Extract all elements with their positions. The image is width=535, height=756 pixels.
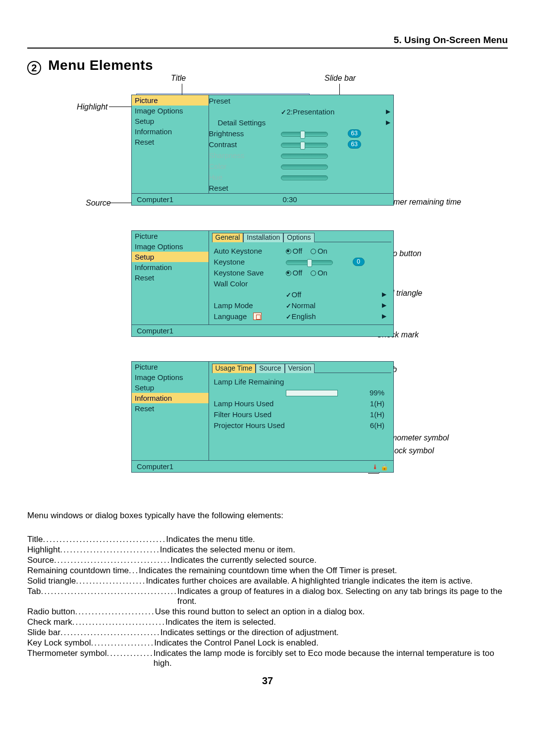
intro-text: Menu windows or dialog boxes typically h… <box>27 511 508 521</box>
sharpness-slider <box>281 154 328 159</box>
sidebar-item-information[interactable]: Information <box>132 393 209 403</box>
tab-usagetime[interactable]: Usage Time <box>212 364 256 373</box>
solid-triangle-icon[interactable]: ▶ <box>382 291 386 298</box>
keystone-slider[interactable] <box>286 260 333 265</box>
row-lamphours: Lamp Hours Used <box>214 399 313 408</box>
hue-slider <box>281 175 328 180</box>
section-title: 2 Menu Elements <box>27 57 508 75</box>
row-preset[interactable]: Preset <box>209 97 281 105</box>
def-desc: Indicates the currently selected source. <box>170 555 508 565</box>
def-term: Check mark <box>27 617 72 627</box>
def-term: Remaining countdown time <box>27 566 129 576</box>
menu-picture: Picture Image Options Setup Information … <box>131 95 394 206</box>
brightness-value: 63 <box>348 129 361 138</box>
def-desc: Indicates the remaining countdown time w… <box>139 566 508 576</box>
sidebar-item-imageoptions[interactable]: Image Options <box>132 106 209 116</box>
solid-triangle-icon[interactable]: ▶ <box>382 302 386 309</box>
sidebar-item-setup[interactable]: Setup <box>132 252 209 262</box>
definitions-list: Title ..................................… <box>27 535 508 668</box>
row-lamplife: Lamp Life Remaining <box>214 378 284 386</box>
def-term: Title <box>27 535 43 544</box>
sidebar-item-picture[interactable]: Picture <box>132 362 209 372</box>
sidebar-item-information[interactable]: Information <box>132 126 209 137</box>
radio-on[interactable] <box>311 270 316 276</box>
def-desc: Use this round button to select an optio… <box>155 607 508 617</box>
sidebar-item-picture[interactable]: Picture <box>132 231 209 241</box>
check-mark-icon: ✓ <box>286 313 292 321</box>
row-language[interactable]: Language <box>214 312 286 321</box>
thermometer-icon: 🌡 <box>372 463 378 471</box>
row-detail-settings[interactable]: Detail Settings <box>209 118 281 127</box>
tab-options[interactable]: Options <box>283 233 314 242</box>
check-mark-icon: ✓ <box>286 291 292 299</box>
sidebar-item-reset[interactable]: Reset <box>132 272 209 283</box>
label-slidebar: Slide bar <box>324 74 356 83</box>
def-desc: Indicates the menu title. <box>166 535 508 544</box>
def-term: Radio button <box>27 607 75 617</box>
row-brightness[interactable]: Brightness <box>209 129 281 138</box>
def-desc: Indicates settings or the direction of a… <box>160 628 508 638</box>
language-icon <box>253 313 262 320</box>
row-color: Color <box>209 162 281 170</box>
sidebar-item-picture[interactable]: Picture <box>132 95 209 106</box>
def-term: Slide bar <box>27 628 60 638</box>
footer-source: Computer1 <box>137 462 216 471</box>
def-term: Highlight <box>27 545 60 555</box>
solid-triangle-icon[interactable]: ▶ <box>386 108 390 115</box>
tab-installation[interactable]: Installation <box>243 233 283 242</box>
row-filterhours: Filter Hours Used <box>214 410 313 419</box>
sidebar-item-setup[interactable]: Setup <box>132 382 209 393</box>
row-wallcolor[interactable]: Wall Color <box>214 279 286 288</box>
sidebar-item-imageoptions[interactable]: Image Options <box>132 241 209 252</box>
sidebar-item-reset[interactable]: Reset <box>132 403 209 414</box>
def-term: Solid triangle <box>27 576 76 586</box>
section-number: 2 <box>27 61 41 75</box>
preset-value: 2:Presentation <box>287 108 335 116</box>
color-slider <box>281 164 328 169</box>
row-keystone[interactable]: Keystone <box>214 258 286 266</box>
def-term: Key Lock symbol <box>27 638 91 648</box>
label-highlight: Highlight <box>77 103 107 111</box>
row-hue: Hue <box>209 173 281 181</box>
solid-triangle-icon[interactable]: ▶ <box>382 313 386 320</box>
row-sharpness: Sharpness <box>209 151 281 160</box>
lock-icon: 🔒 <box>380 463 388 471</box>
solid-triangle-icon[interactable]: ▶ <box>386 119 390 126</box>
def-term: Source <box>27 555 54 565</box>
def-desc: Indicates a group of features in a dialo… <box>177 587 508 606</box>
brightness-slider[interactable] <box>281 132 328 137</box>
filterhours-value: 1(H) <box>370 410 384 419</box>
radio-off[interactable] <box>286 270 291 276</box>
sidebar-item-reset[interactable]: Reset <box>132 137 209 147</box>
row-keystonesave[interactable]: Keystone Save <box>214 269 286 277</box>
label-source: Source <box>86 199 111 208</box>
row-autokeystone[interactable]: Auto Keystone <box>214 247 286 255</box>
menu-information: Picture Image Options Setup Information … <box>131 361 394 473</box>
page-number: 37 <box>27 675 508 687</box>
sidebar-item-information[interactable]: Information <box>132 262 209 272</box>
row-contrast[interactable]: Contrast <box>209 140 281 149</box>
def-desc: Indicates further choices are available.… <box>146 576 508 586</box>
row-reset[interactable]: Reset <box>209 184 281 192</box>
label-title: Title <box>171 74 186 83</box>
section-title-text: Menu Elements <box>48 57 153 73</box>
menu-setup: Picture Image Options Setup Information … <box>131 230 394 337</box>
sidebar-item-setup[interactable]: Setup <box>132 116 209 126</box>
radio-on[interactable] <box>311 249 316 254</box>
def-desc: Indicates the item is selected. <box>165 617 508 627</box>
footer-timer: 0:30 <box>216 195 364 204</box>
lamplife-progress <box>286 390 338 396</box>
def-term: Thermometer symbol <box>27 648 107 658</box>
row-lampmode[interactable]: Lamp Mode <box>214 301 286 310</box>
row-projhours: Projector Hours Used <box>214 421 313 430</box>
check-mark-icon: ✓ <box>286 302 292 310</box>
radio-off[interactable] <box>286 249 291 254</box>
def-desc: Indicates the lamp mode is forcibly set … <box>154 648 508 668</box>
check-mark-icon: ✓ <box>281 108 287 116</box>
tab-version[interactable]: Version <box>285 364 315 373</box>
tab-general[interactable]: General <box>212 233 244 242</box>
tab-source[interactable]: Source <box>256 364 284 373</box>
def-desc: Indicates the Control Panel Lock is enab… <box>154 638 508 648</box>
sidebar-item-imageoptions[interactable]: Image Options <box>132 372 209 382</box>
contrast-slider[interactable] <box>281 143 328 148</box>
